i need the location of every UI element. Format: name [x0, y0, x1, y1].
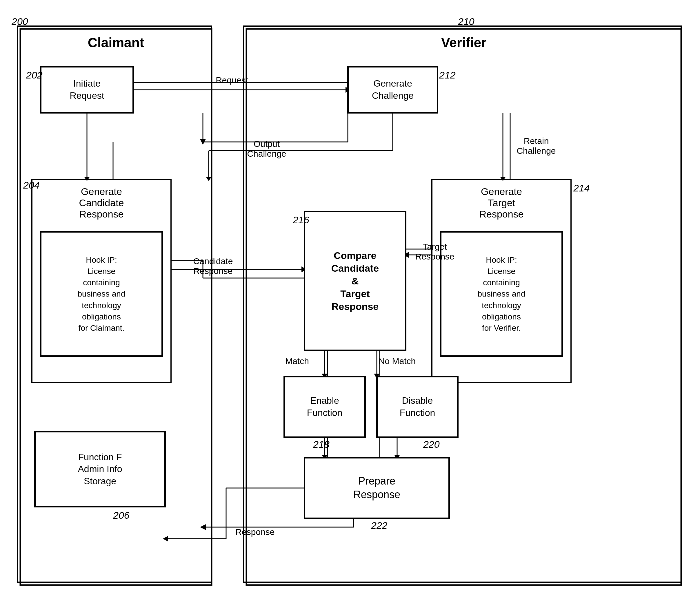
generate-target-response-box: GenerateTargetResponse [432, 180, 571, 226]
generate-candidate-response-box: GenerateCandidateResponse [32, 180, 171, 226]
hook-ip-verifier-label: Hook IP:Licensecontainingbusiness andtec… [477, 254, 525, 334]
ref-200: 200 [12, 16, 28, 27]
verifier-label: Verifier [246, 35, 681, 50]
ref-204: 204 [23, 180, 40, 191]
enable-function-box: EnableFunction [284, 376, 365, 437]
compare-label: CompareCandidate&TargetResponse [331, 249, 379, 313]
claimant-label: Claimant [20, 35, 212, 50]
hook-ip-claimant-box: Hook IP:Licensecontainingbusiness andtec… [40, 232, 162, 356]
ref-222: 222 [371, 520, 388, 531]
ref-210: 210 [458, 16, 475, 27]
function-admin-box: Function FAdmin InfoStorage [35, 432, 165, 507]
ref-218: 218 [313, 439, 329, 450]
arrow-output-challenge-label: OutputChallenge [238, 139, 296, 159]
svg-marker-49 [206, 177, 212, 181]
function-admin-label: Function FAdmin InfoStorage [78, 451, 122, 487]
arrow-request-label: Request [203, 75, 261, 85]
initiate-request-box: InitiateRequest [40, 67, 133, 113]
ref-220: 220 [423, 439, 440, 450]
arrow-candidate-response-label: CandidateResponse [180, 256, 246, 276]
disable-function-box: DisableFunction [377, 376, 458, 437]
generate-candidate-label: GenerateCandidateResponse [79, 186, 124, 220]
prepare-response-label: PrepareResponse [353, 474, 400, 502]
arrow-retain-challenge-label: RetainChallenge [507, 136, 565, 156]
hook-ip-claimant-label: Hook IP:Licensecontainingbusiness andtec… [77, 254, 125, 334]
compare-box: CompareCandidate&TargetResponse [304, 212, 406, 350]
ref-216: 216 [293, 214, 309, 226]
ref-212: 212 [439, 69, 456, 81]
diagram-container: 200 210 Claimant Verifier InitiateReques… [0, 0, 700, 614]
ref-214: 214 [573, 182, 590, 194]
svg-marker-67 [163, 536, 168, 541]
arrow-target-response-label: TargetResponse [406, 242, 464, 261]
arrow-no-match-label: No Match [374, 356, 420, 366]
prepare-response-box: PrepareResponse [304, 458, 449, 519]
disable-function-label: DisableFunction [400, 395, 435, 419]
ref-206: 206 [113, 510, 129, 521]
initiate-request-label: InitiateRequest [70, 78, 104, 102]
generate-challenge-label: GenerateChallenge [372, 78, 414, 102]
generate-target-label: GenerateTargetResponse [479, 186, 524, 220]
arrow-match-label: Match [278, 356, 316, 366]
ref-202: 202 [26, 69, 42, 81]
enable-function-label: EnableFunction [307, 395, 342, 419]
generate-challenge-box: GenerateChallenge [348, 67, 438, 113]
arrow-response-label: Response [232, 527, 278, 537]
